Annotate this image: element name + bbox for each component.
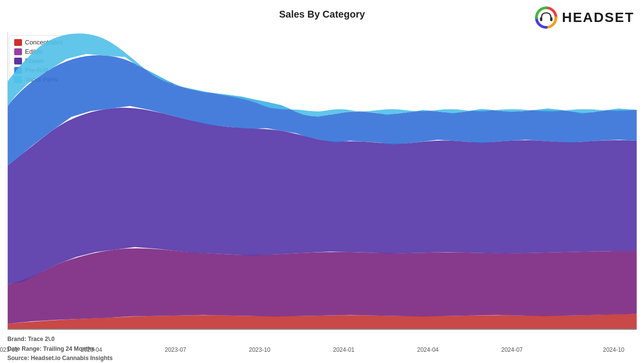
source-value: Headset.io Cannabis Insights bbox=[31, 355, 112, 362]
page: HEADSET Sales By Category Concentrates E… bbox=[0, 0, 644, 363]
xaxis-label-5: 2024-04 bbox=[417, 346, 439, 353]
xaxis-label-4: 2024-01 bbox=[333, 346, 355, 353]
chart-title: Sales By Category bbox=[0, 9, 644, 20]
footer: Brand: Trace 2\.0 Date Range: Trailing 2… bbox=[7, 335, 112, 363]
chart-area bbox=[7, 32, 637, 330]
xaxis-label-3: 2023-10 bbox=[249, 346, 270, 353]
brand-label: Brand: bbox=[7, 336, 26, 342]
chart-svg bbox=[8, 32, 637, 329]
xaxis-label-2: 2023-07 bbox=[165, 346, 186, 353]
date-range-value: Trailing 24 Months bbox=[43, 345, 94, 352]
brand-value: Trace 2\.0 bbox=[28, 336, 55, 342]
xaxis-label-6: 2024-07 bbox=[501, 346, 523, 353]
source-label: Source: bbox=[7, 355, 29, 362]
xaxis-label-7: 2024-10 bbox=[603, 346, 624, 353]
date-range-label: Date Range: bbox=[7, 345, 42, 352]
